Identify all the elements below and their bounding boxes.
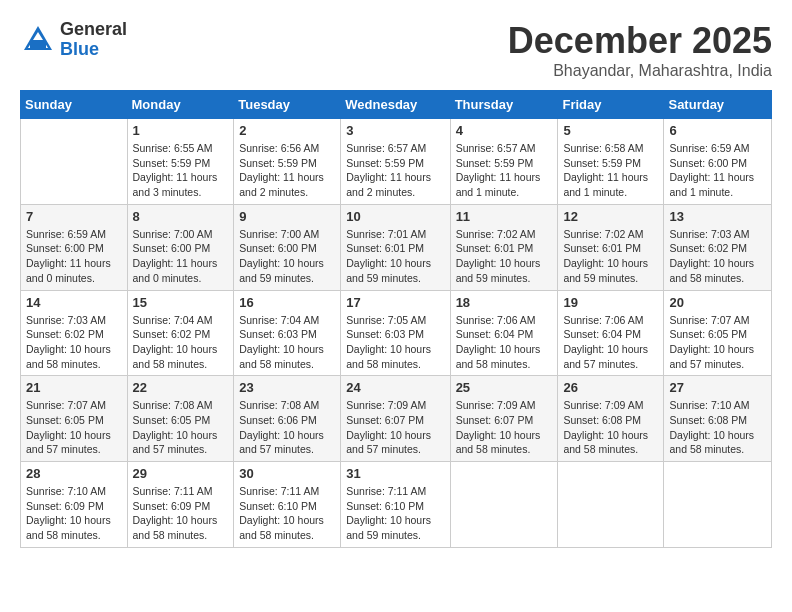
calendar-cell: 20Sunrise: 7:07 AMSunset: 6:05 PMDayligh… <box>664 290 772 376</box>
column-header-friday: Friday <box>558 91 664 119</box>
day-number: 8 <box>133 209 229 224</box>
logo-blue-text: Blue <box>60 40 127 60</box>
day-number: 22 <box>133 380 229 395</box>
day-info: Sunrise: 6:56 AMSunset: 5:59 PMDaylight:… <box>239 141 335 200</box>
day-info: Sunrise: 7:05 AMSunset: 6:03 PMDaylight:… <box>346 313 444 372</box>
calendar-cell: 11Sunrise: 7:02 AMSunset: 6:01 PMDayligh… <box>450 204 558 290</box>
calendar-table: SundayMondayTuesdayWednesdayThursdayFrid… <box>20 90 772 548</box>
day-info: Sunrise: 7:09 AMSunset: 6:07 PMDaylight:… <box>456 398 553 457</box>
day-number: 30 <box>239 466 335 481</box>
column-header-tuesday: Tuesday <box>234 91 341 119</box>
calendar-cell: 17Sunrise: 7:05 AMSunset: 6:03 PMDayligh… <box>341 290 450 376</box>
day-number: 13 <box>669 209 766 224</box>
day-info: Sunrise: 7:11 AMSunset: 6:09 PMDaylight:… <box>133 484 229 543</box>
calendar-cell: 25Sunrise: 7:09 AMSunset: 6:07 PMDayligh… <box>450 376 558 462</box>
day-number: 18 <box>456 295 553 310</box>
calendar-cell: 27Sunrise: 7:10 AMSunset: 6:08 PMDayligh… <box>664 376 772 462</box>
day-info: Sunrise: 6:58 AMSunset: 5:59 PMDaylight:… <box>563 141 658 200</box>
week-row-1: 1Sunrise: 6:55 AMSunset: 5:59 PMDaylight… <box>21 119 772 205</box>
month-title: December 2025 <box>508 20 772 62</box>
calendar-cell: 19Sunrise: 7:06 AMSunset: 6:04 PMDayligh… <box>558 290 664 376</box>
calendar-cell: 7Sunrise: 6:59 AMSunset: 6:00 PMDaylight… <box>21 204 128 290</box>
day-number: 11 <box>456 209 553 224</box>
day-info: Sunrise: 7:11 AMSunset: 6:10 PMDaylight:… <box>239 484 335 543</box>
day-info: Sunrise: 6:59 AMSunset: 6:00 PMDaylight:… <box>26 227 122 286</box>
title-block: December 2025 Bhayandar, Maharashtra, In… <box>508 20 772 80</box>
day-info: Sunrise: 6:59 AMSunset: 6:00 PMDaylight:… <box>669 141 766 200</box>
week-row-4: 21Sunrise: 7:07 AMSunset: 6:05 PMDayligh… <box>21 376 772 462</box>
day-number: 29 <box>133 466 229 481</box>
calendar-cell: 5Sunrise: 6:58 AMSunset: 5:59 PMDaylight… <box>558 119 664 205</box>
day-info: Sunrise: 6:55 AMSunset: 5:59 PMDaylight:… <box>133 141 229 200</box>
day-info: Sunrise: 7:07 AMSunset: 6:05 PMDaylight:… <box>26 398 122 457</box>
day-info: Sunrise: 7:09 AMSunset: 6:07 PMDaylight:… <box>346 398 444 457</box>
day-info: Sunrise: 6:57 AMSunset: 5:59 PMDaylight:… <box>346 141 444 200</box>
calendar-cell: 13Sunrise: 7:03 AMSunset: 6:02 PMDayligh… <box>664 204 772 290</box>
calendar-cell: 30Sunrise: 7:11 AMSunset: 6:10 PMDayligh… <box>234 462 341 548</box>
day-info: Sunrise: 7:03 AMSunset: 6:02 PMDaylight:… <box>669 227 766 286</box>
calendar-cell: 18Sunrise: 7:06 AMSunset: 6:04 PMDayligh… <box>450 290 558 376</box>
day-info: Sunrise: 7:02 AMSunset: 6:01 PMDaylight:… <box>563 227 658 286</box>
calendar-cell: 8Sunrise: 7:00 AMSunset: 6:00 PMDaylight… <box>127 204 234 290</box>
logo-general-text: General <box>60 20 127 40</box>
day-info: Sunrise: 7:02 AMSunset: 6:01 PMDaylight:… <box>456 227 553 286</box>
column-header-saturday: Saturday <box>664 91 772 119</box>
day-number: 7 <box>26 209 122 224</box>
calendar-cell: 22Sunrise: 7:08 AMSunset: 6:05 PMDayligh… <box>127 376 234 462</box>
week-row-3: 14Sunrise: 7:03 AMSunset: 6:02 PMDayligh… <box>21 290 772 376</box>
day-info: Sunrise: 7:00 AMSunset: 6:00 PMDaylight:… <box>239 227 335 286</box>
day-number: 9 <box>239 209 335 224</box>
day-number: 20 <box>669 295 766 310</box>
day-number: 17 <box>346 295 444 310</box>
day-info: Sunrise: 7:09 AMSunset: 6:08 PMDaylight:… <box>563 398 658 457</box>
calendar-cell: 23Sunrise: 7:08 AMSunset: 6:06 PMDayligh… <box>234 376 341 462</box>
calendar-cell: 2Sunrise: 6:56 AMSunset: 5:59 PMDaylight… <box>234 119 341 205</box>
day-number: 10 <box>346 209 444 224</box>
calendar-cell: 21Sunrise: 7:07 AMSunset: 6:05 PMDayligh… <box>21 376 128 462</box>
calendar-cell: 31Sunrise: 7:11 AMSunset: 6:10 PMDayligh… <box>341 462 450 548</box>
calendar-cell: 9Sunrise: 7:00 AMSunset: 6:00 PMDaylight… <box>234 204 341 290</box>
day-info: Sunrise: 7:08 AMSunset: 6:06 PMDaylight:… <box>239 398 335 457</box>
day-number: 5 <box>563 123 658 138</box>
calendar-cell: 24Sunrise: 7:09 AMSunset: 6:07 PMDayligh… <box>341 376 450 462</box>
calendar-cell <box>664 462 772 548</box>
week-row-5: 28Sunrise: 7:10 AMSunset: 6:09 PMDayligh… <box>21 462 772 548</box>
day-number: 31 <box>346 466 444 481</box>
calendar-cell: 14Sunrise: 7:03 AMSunset: 6:02 PMDayligh… <box>21 290 128 376</box>
day-number: 23 <box>239 380 335 395</box>
calendar-cell: 28Sunrise: 7:10 AMSunset: 6:09 PMDayligh… <box>21 462 128 548</box>
svg-rect-2 <box>30 40 46 48</box>
day-info: Sunrise: 7:10 AMSunset: 6:08 PMDaylight:… <box>669 398 766 457</box>
day-info: Sunrise: 6:57 AMSunset: 5:59 PMDaylight:… <box>456 141 553 200</box>
day-info: Sunrise: 7:04 AMSunset: 6:02 PMDaylight:… <box>133 313 229 372</box>
page-header: General Blue December 2025 Bhayandar, Ma… <box>20 20 772 80</box>
day-number: 3 <box>346 123 444 138</box>
calendar-cell <box>21 119 128 205</box>
day-number: 21 <box>26 380 122 395</box>
day-number: 1 <box>133 123 229 138</box>
calendar-cell: 10Sunrise: 7:01 AMSunset: 6:01 PMDayligh… <box>341 204 450 290</box>
day-number: 12 <box>563 209 658 224</box>
column-header-monday: Monday <box>127 91 234 119</box>
day-info: Sunrise: 7:06 AMSunset: 6:04 PMDaylight:… <box>563 313 658 372</box>
day-info: Sunrise: 7:11 AMSunset: 6:10 PMDaylight:… <box>346 484 444 543</box>
day-number: 26 <box>563 380 658 395</box>
column-header-wednesday: Wednesday <box>341 91 450 119</box>
calendar-cell: 4Sunrise: 6:57 AMSunset: 5:59 PMDaylight… <box>450 119 558 205</box>
calendar-cell: 29Sunrise: 7:11 AMSunset: 6:09 PMDayligh… <box>127 462 234 548</box>
day-number: 27 <box>669 380 766 395</box>
day-number: 15 <box>133 295 229 310</box>
column-header-sunday: Sunday <box>21 91 128 119</box>
day-number: 19 <box>563 295 658 310</box>
day-number: 25 <box>456 380 553 395</box>
day-info: Sunrise: 7:06 AMSunset: 6:04 PMDaylight:… <box>456 313 553 372</box>
day-number: 4 <box>456 123 553 138</box>
day-number: 2 <box>239 123 335 138</box>
calendar-cell: 26Sunrise: 7:09 AMSunset: 6:08 PMDayligh… <box>558 376 664 462</box>
calendar-cell: 15Sunrise: 7:04 AMSunset: 6:02 PMDayligh… <box>127 290 234 376</box>
day-info: Sunrise: 7:10 AMSunset: 6:09 PMDaylight:… <box>26 484 122 543</box>
calendar-cell <box>450 462 558 548</box>
day-info: Sunrise: 7:04 AMSunset: 6:03 PMDaylight:… <box>239 313 335 372</box>
day-number: 14 <box>26 295 122 310</box>
day-number: 6 <box>669 123 766 138</box>
